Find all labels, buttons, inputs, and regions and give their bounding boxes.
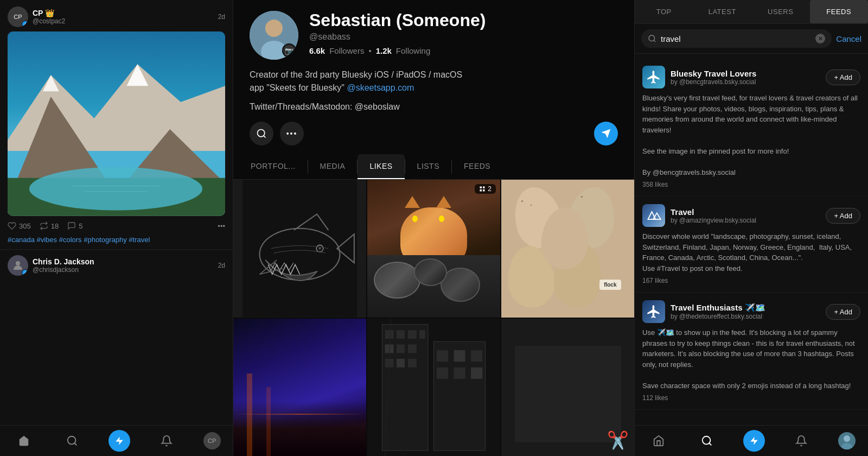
- svg-point-10: [67, 436, 75, 445]
- feed-by-2: by @amazingview.bsky.social: [671, 217, 820, 224]
- post-card-1: CP + CP 👑 @costpac2 2d: [0, 0, 233, 249]
- reply-count-1: 5: [79, 222, 82, 230]
- add-feed-button-3[interactable]: + Add: [826, 304, 860, 320]
- media-cell-bottom-mid[interactable]: [367, 319, 500, 457]
- avatar-chris: +: [8, 255, 28, 276]
- media-grid: 2 flock: [233, 180, 634, 456]
- add-feed-button-2[interactable]: + Add: [826, 208, 860, 224]
- tab-feeds[interactable]: FEEDS: [452, 154, 502, 179]
- avatar-add-icon-2: +: [22, 269, 28, 276]
- feed-item-1: Bluesky Travel Lovers by @bencgtravels.b…: [635, 58, 868, 197]
- feed-title-1: Bluesky Travel Lovers by @bencgtravels.b…: [671, 69, 820, 86]
- profile-stats: 6.6k Followers • 1.2k Following: [309, 46, 486, 55]
- nav-search-right[interactable]: [695, 433, 718, 449]
- repost-count-1: 18: [51, 222, 59, 230]
- bio-link[interactable]: @skeetsapp.com: [347, 83, 414, 92]
- tab-lists[interactable]: LISTS: [405, 154, 451, 179]
- svg-rect-20: [242, 180, 357, 318]
- svg-point-9: [16, 261, 20, 265]
- avatar-cp: CP +: [8, 7, 28, 27]
- nav-bell-right[interactable]: [790, 433, 813, 449]
- nav-avatar-left[interactable]: CP: [203, 432, 221, 449]
- feed-title-2: Travel by @amazingview.bsky.social: [671, 207, 820, 224]
- tab-users[interactable]: USERS: [751, 0, 810, 23]
- feed-likes-2: 167 likes: [642, 277, 860, 284]
- media-cell-cat[interactable]: 2: [367, 180, 500, 318]
- avatar-add-icon: +: [22, 21, 28, 27]
- left-panel: CP + CP 👑 @costpac2 2d: [0, 0, 233, 456]
- svg-point-17: [258, 130, 265, 137]
- svg-marker-19: [602, 129, 611, 138]
- svg-line-54: [709, 443, 711, 445]
- tab-media[interactable]: MEDIA: [308, 154, 358, 179]
- profile-avatar[interactable]: 📷: [250, 11, 298, 60]
- nav-home-left[interactable]: [12, 433, 35, 449]
- post-card-2: + Chris D. Jackson @chrisdjackson 2d: [0, 255, 233, 280]
- divider-1: [0, 249, 233, 250]
- feed-likes-3: 112 likes: [642, 394, 860, 402]
- nav-flash-left[interactable]: [108, 430, 130, 452]
- add-feed-button-1[interactable]: + Add: [826, 69, 860, 85]
- following-label: Following: [396, 46, 430, 55]
- like-button-1[interactable]: 305: [8, 221, 31, 230]
- profile-handle[interactable]: @seabass: [309, 32, 486, 42]
- post-user-2[interactable]: + Chris D. Jackson @chrisdjackson: [8, 255, 94, 276]
- media-cell-bottom-left[interactable]: [233, 319, 366, 457]
- search-action-button[interactable]: [250, 122, 273, 145]
- search-input-wrap: ✕: [641, 29, 832, 48]
- repost-button-1[interactable]: 18: [40, 221, 59, 230]
- post-user-1[interactable]: CP + CP 👑 @costpac2: [8, 7, 65, 27]
- svg-marker-55: [750, 437, 758, 445]
- camera-badge: 📷: [282, 43, 296, 58]
- post-user-handle-1: @costpac2: [33, 17, 65, 25]
- nav-home-right[interactable]: [647, 433, 670, 449]
- search-input[interactable]: [661, 34, 811, 43]
- feed-by-1: by @bencgtravels.bsky.social: [671, 78, 820, 86]
- nav-avatar-right[interactable]: [838, 432, 856, 449]
- profile-header: 📷 Sebastian (Someone) @seabass 6.6k Foll…: [233, 0, 634, 154]
- svg-line-11: [74, 443, 76, 445]
- nav-bell-left[interactable]: [155, 433, 178, 449]
- more-button-1[interactable]: •••: [218, 222, 225, 230]
- tab-top[interactable]: TOP: [635, 0, 693, 23]
- profile-name: Sebastian (Someone): [309, 11, 486, 30]
- feed-desc-1: Bluesky's very first travel feed, for tr…: [642, 93, 860, 178]
- more-action-button[interactable]: •••: [280, 122, 304, 145]
- nav-search-left[interactable]: [61, 433, 84, 449]
- svg-point-57: [844, 435, 850, 442]
- media-badge: 2: [475, 184, 496, 194]
- tab-feeds-search[interactable]: FEEDS: [810, 0, 869, 23]
- post-user-name-2: Chris D. Jackson: [33, 257, 94, 266]
- followers-count: 6.6k: [309, 46, 325, 55]
- reply-button-1[interactable]: 5: [67, 221, 82, 230]
- tab-likes[interactable]: LIKES: [358, 154, 404, 179]
- profile-actions: •••: [250, 122, 618, 145]
- tab-latest[interactable]: LATEST: [693, 0, 752, 23]
- bio-line2: app "Skeets for Bluesky": [250, 83, 344, 92]
- cancel-search-button[interactable]: Cancel: [836, 34, 861, 43]
- post-user-name-1: CP 👑: [33, 9, 65, 17]
- post-tags-1[interactable]: #canada #vibes #colors #photography #tra…: [8, 236, 225, 249]
- following-count: 1.2k: [376, 46, 392, 55]
- media-cell-bottom-right[interactable]: ✂️: [501, 319, 634, 457]
- search-tabs: TOP LATEST USERS FEEDS: [635, 0, 868, 24]
- post-time-1: 2d: [218, 13, 225, 21]
- media-cell-eggs[interactable]: flock: [501, 180, 634, 318]
- svg-line-50: [654, 40, 655, 42]
- post-user-handle-2: @chrisdjackson: [33, 266, 94, 274]
- right-panel: TOP LATEST USERS FEEDS ✕ Cancel Bluesky …: [635, 0, 868, 456]
- svg-marker-51: [648, 212, 656, 219]
- send-action-button[interactable]: [594, 122, 618, 145]
- feeds-list: Bluesky Travel Lovers by @bencgtravels.b…: [635, 54, 868, 456]
- svg-rect-27: [480, 189, 482, 192]
- post-image-1: [8, 31, 225, 216]
- svg-point-53: [702, 436, 710, 445]
- profile-name-block: Sebastian (Someone) @seabass 6.6k Follow…: [309, 11, 486, 55]
- feed-name-1: Bluesky Travel Lovers: [671, 69, 820, 78]
- clear-search-button[interactable]: ✕: [815, 34, 825, 43]
- nav-flash-right[interactable]: [743, 430, 765, 452]
- followers-label: Followers: [329, 46, 364, 55]
- tab-portfolio[interactable]: PORTFOL...: [239, 154, 308, 179]
- media-cell-shark[interactable]: [233, 180, 366, 318]
- bottom-nav-right: [635, 425, 868, 456]
